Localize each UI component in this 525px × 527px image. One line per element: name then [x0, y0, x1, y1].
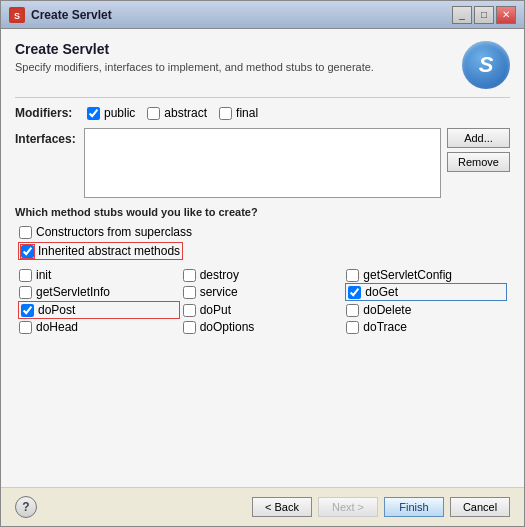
method-init[interactable]: init	[19, 268, 179, 282]
cancel-button[interactable]: Cancel	[450, 497, 510, 517]
method-init-checkbox[interactable]	[19, 269, 32, 282]
method-doPost-checkbox[interactable]	[21, 304, 34, 317]
titlebar-controls: _ □ ✕	[452, 6, 516, 24]
method-destroy[interactable]: destroy	[183, 268, 343, 282]
spacer	[15, 344, 510, 475]
svg-text:S: S	[14, 11, 20, 21]
inherited-label: Inherited abstract methods	[38, 244, 180, 258]
modifier-abstract-checkbox[interactable]	[147, 107, 160, 120]
method-doTrace-checkbox[interactable]	[346, 321, 359, 334]
add-interface-button[interactable]: Add...	[447, 128, 510, 148]
method-doHead-checkbox[interactable]	[19, 321, 32, 334]
method-doDelete-label: doDelete	[363, 303, 411, 317]
method-doDelete[interactable]: doDelete	[346, 302, 506, 318]
page-subtitle: Specify modifiers, interfaces to impleme…	[15, 61, 462, 73]
method-doPut-checkbox[interactable]	[183, 304, 196, 317]
help-button[interactable]: ?	[15, 496, 37, 518]
header-section: Create Servlet Specify modifiers, interf…	[15, 41, 510, 89]
method-getServletInfo-checkbox[interactable]	[19, 286, 32, 299]
modifier-final[interactable]: final	[219, 106, 258, 120]
method-service[interactable]: service	[183, 284, 343, 300]
method-doPost-label: doPost	[38, 303, 75, 317]
modifiers-row: Modifiers: public abstract final	[15, 106, 510, 120]
method-doOptions-checkbox[interactable]	[183, 321, 196, 334]
modifier-abstract-label: abstract	[164, 106, 207, 120]
constructors-row: Constructors from superclass	[15, 224, 510, 240]
method-doHead[interactable]: doHead	[19, 320, 179, 334]
method-init-label: init	[36, 268, 51, 282]
interfaces-row: Interfaces: Add... Remove	[15, 128, 510, 198]
method-getServletConfig[interactable]: getServletConfig	[346, 268, 506, 282]
dialog-content: Create Servlet Specify modifiers, interf…	[1, 29, 524, 487]
next-button[interactable]: Next >	[318, 497, 378, 517]
method-destroy-checkbox[interactable]	[183, 269, 196, 282]
interfaces-buttons: Add... Remove	[447, 128, 510, 198]
constructors-checkbox[interactable]	[19, 226, 32, 239]
modifier-public-checkbox[interactable]	[87, 107, 100, 120]
method-doGet-checkbox[interactable]	[348, 286, 361, 299]
method-doGet[interactable]: doGet	[346, 284, 506, 300]
method-doTrace-label: doTrace	[363, 320, 407, 334]
modifier-final-checkbox[interactable]	[219, 107, 232, 120]
method-doPost[interactable]: doPost	[19, 302, 179, 318]
titlebar: S Create Servlet _ □ ✕	[1, 1, 524, 29]
constructors-label: Constructors from superclass	[36, 225, 192, 239]
dialog-window: S Create Servlet _ □ ✕ Create Servlet Sp…	[0, 0, 525, 527]
method-service-label: service	[200, 285, 238, 299]
method-getServletConfig-checkbox[interactable]	[346, 269, 359, 282]
method-doHead-label: doHead	[36, 320, 78, 334]
method-getServletInfo-label: getServletInfo	[36, 285, 110, 299]
modifier-public-label: public	[104, 106, 135, 120]
constructors-checkbox-item[interactable]: Constructors from superclass	[19, 225, 506, 239]
divider-1	[15, 97, 510, 98]
close-button[interactable]: ✕	[496, 6, 516, 24]
method-doPut-label: doPut	[200, 303, 231, 317]
interfaces-label: Interfaces:	[15, 128, 76, 146]
method-doGet-label: doGet	[365, 285, 398, 299]
logo-icon: S	[462, 41, 510, 89]
window-title: Create Servlet	[31, 8, 112, 22]
interfaces-listbox[interactable]	[84, 128, 441, 198]
window-icon: S	[9, 7, 25, 23]
inherited-row: Inherited abstract methods	[15, 242, 510, 260]
header-text: Create Servlet Specify modifiers, interf…	[15, 41, 462, 73]
back-button[interactable]: < Back	[252, 497, 312, 517]
footer-right: < Back Next > Finish Cancel	[252, 497, 510, 517]
footer-left: ?	[15, 496, 37, 518]
method-getServletConfig-label: getServletConfig	[363, 268, 452, 282]
maximize-button[interactable]: □	[474, 6, 494, 24]
inherited-checkbox[interactable]	[21, 245, 34, 258]
titlebar-left: S Create Servlet	[9, 7, 112, 23]
method-checkboxes: Constructors from superclass Inherited a…	[15, 224, 510, 260]
page-title: Create Servlet	[15, 41, 462, 57]
method-doPut[interactable]: doPut	[183, 302, 343, 318]
finish-button[interactable]: Finish	[384, 497, 444, 517]
modifier-public[interactable]: public	[87, 106, 135, 120]
minimize-button[interactable]: _	[452, 6, 472, 24]
inherited-checkbox-item[interactable]: Inherited abstract methods	[19, 243, 182, 259]
method-destroy-label: destroy	[200, 268, 239, 282]
method-doOptions[interactable]: doOptions	[183, 320, 343, 334]
method-doOptions-label: doOptions	[200, 320, 255, 334]
modifiers-label: Modifiers:	[15, 106, 75, 120]
interfaces-content: Add... Remove	[84, 128, 510, 198]
footer: ? < Back Next > Finish Cancel	[1, 487, 524, 526]
method-stubs-question: Which method stubs would you like to cre…	[15, 206, 510, 218]
methods-grid: init destroy getServletConfig getServlet…	[15, 266, 510, 336]
method-doDelete-checkbox[interactable]	[346, 304, 359, 317]
modifier-abstract[interactable]: abstract	[147, 106, 207, 120]
method-doTrace[interactable]: doTrace	[346, 320, 506, 334]
method-service-checkbox[interactable]	[183, 286, 196, 299]
remove-interface-button[interactable]: Remove	[447, 152, 510, 172]
method-stubs-section: Which method stubs would you like to cre…	[15, 206, 510, 336]
modifier-final-label: final	[236, 106, 258, 120]
method-getServletInfo[interactable]: getServletInfo	[19, 284, 179, 300]
